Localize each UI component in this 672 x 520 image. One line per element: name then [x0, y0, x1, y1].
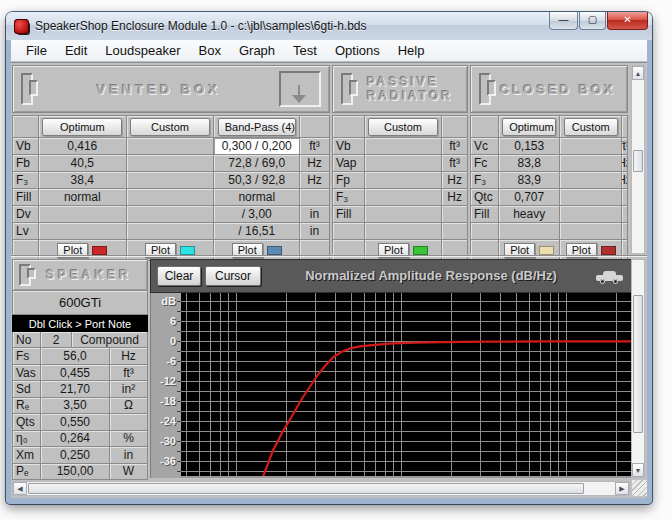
- vented-plot-row: PlotPlotPlot: [13, 240, 330, 261]
- corner-cell: [471, 116, 499, 138]
- menu-item-file[interactable]: File: [17, 41, 56, 60]
- button-cell: Custom: [365, 116, 442, 138]
- unit-cell: in: [300, 223, 330, 240]
- row-label: Rₑ: [13, 398, 41, 414]
- unit-cell: in: [110, 447, 148, 463]
- y-axis-label: -6: [166, 356, 176, 367]
- passive-custom-button[interactable]: Custom: [368, 118, 438, 136]
- speaker-row-Sd: Sd21,70in²: [13, 381, 148, 397]
- graph-vertical-scrollbar: ▼: [631, 259, 645, 478]
- value-cell: / 3,00: [214, 206, 300, 223]
- scroll-right-button[interactable]: ▶: [615, 482, 629, 495]
- row-label: Fb: [13, 155, 39, 172]
- menu-item-loudspeaker[interactable]: Loudspeaker: [96, 41, 189, 60]
- row-label: Fc: [471, 155, 499, 172]
- scrollbar-thumb[interactable]: [633, 150, 643, 172]
- closed-buttons-row: OptimumCustom: [471, 116, 628, 138]
- y-axis-label: -12: [160, 376, 176, 387]
- scroll-down-button[interactable]: ▼: [632, 463, 644, 477]
- vented-table: OptimumCustomBand-Pass (4)Vb0,4160,300 /…: [12, 115, 330, 254]
- row-label: F₃: [471, 172, 499, 189]
- clear-button[interactable]: Clear: [157, 266, 201, 286]
- value-cell: [499, 223, 561, 240]
- value-cell: [560, 138, 622, 155]
- value-cell: normal: [39, 189, 127, 206]
- unit-cell: Hz: [300, 155, 330, 172]
- value-cell: [365, 172, 442, 189]
- value-cell: [560, 223, 622, 240]
- passive-row-Vap: Vapft³: [333, 155, 468, 172]
- value-cell: 72,8 / 69,0: [214, 155, 300, 172]
- unit-cell: [110, 414, 148, 430]
- bandpass-input[interactable]: 0,300 / 0,200: [214, 138, 300, 155]
- table-vertical-scrollbar: ▲: [631, 65, 645, 254]
- menu-item-test[interactable]: Test: [284, 41, 326, 60]
- closed-box-icon: [479, 73, 497, 105]
- passive-buttons-row: Custom: [333, 116, 468, 138]
- value-cell: [560, 206, 622, 223]
- passive-radiator-icon: [341, 73, 359, 105]
- plot-color-swatch: [601, 246, 616, 255]
- closed-optimum-button[interactable]: Optimum: [502, 118, 556, 136]
- maximize-button[interactable]: ▢: [579, 12, 606, 30]
- passive-row-empty: [333, 223, 468, 240]
- value-cell: [365, 223, 442, 240]
- unit-cell: ft³: [442, 138, 468, 155]
- y-axis-label: 0: [170, 336, 176, 347]
- scrollbar-thumb[interactable]: [633, 295, 643, 433]
- menu-item-options[interactable]: Options: [326, 41, 389, 60]
- resize-grip[interactable]: [632, 480, 647, 496]
- menu-item-help[interactable]: Help: [389, 41, 434, 60]
- closed-table: OptimumCustomVc0,153ft³Fc83,8HzF₃83,9HzQ…: [470, 115, 628, 254]
- titlebar[interactable]: SpeakerShop Enclosure Module 1.0 - c:\jb…: [6, 12, 652, 40]
- car-icon[interactable]: [596, 271, 623, 284]
- unit-cell: [622, 189, 628, 206]
- vented-custom-button[interactable]: Custom: [130, 118, 210, 136]
- unit-cell: Hz: [622, 155, 628, 172]
- menu-item-box[interactable]: Box: [190, 41, 230, 60]
- port-note-hint[interactable]: Dbl Click > Port Note: [12, 315, 148, 332]
- value-cell: 83,9: [499, 172, 561, 189]
- value-cell: 0,416: [39, 138, 127, 155]
- graph-title: Normalized Amplitude Response (dB/Hz): [271, 268, 591, 283]
- row-label: Vc: [471, 138, 499, 155]
- unit-cell: [622, 206, 628, 223]
- scroll-left-button[interactable]: ◀: [13, 482, 27, 495]
- speaker-model[interactable]: 600GTi: [12, 291, 148, 315]
- value-cell: [560, 189, 622, 206]
- minimize-button[interactable]: —: [549, 12, 578, 30]
- mode-cell[interactable]: Compound: [72, 332, 148, 348]
- plot-row-cell: [13, 240, 39, 261]
- unit-cell: ft³: [300, 138, 330, 155]
- cursor-button[interactable]: Cursor: [205, 266, 261, 286]
- unit-cell: Hz: [442, 172, 468, 189]
- passive-row-Fill: Fill: [333, 206, 468, 223]
- vented-row-Lv: Lv/ 16,51in: [13, 223, 330, 240]
- plot-area[interactable]: [181, 293, 632, 478]
- y-axis-label: dB: [161, 296, 176, 307]
- scroll-up-button[interactable]: ▲: [632, 66, 644, 80]
- value-cell: 0,455: [41, 365, 110, 381]
- unit-cell: Hz: [622, 172, 628, 189]
- close-button[interactable]: ✕: [607, 12, 648, 30]
- row-label: Dv: [13, 206, 39, 223]
- menu-item-edit[interactable]: Edit: [56, 41, 96, 60]
- plot-color-swatch: [267, 246, 282, 255]
- row-label: Vap: [333, 155, 365, 172]
- row-label: Fill: [471, 206, 499, 223]
- vented-row-Dv: Dv/ 3,00in: [13, 206, 330, 223]
- vented-optimum-button[interactable]: Optimum: [42, 118, 122, 136]
- passive-plot-row: Plot: [333, 240, 468, 261]
- menu-item-graph[interactable]: Graph: [230, 41, 284, 60]
- speaker-row-R: Rₑ3,50Ω: [13, 398, 148, 414]
- speaker-row-Fs: Fs56,0Hz: [13, 348, 148, 364]
- passive-radiator-header: PASSIVE RADIATOR: [332, 65, 468, 113]
- row-label: Vas: [13, 365, 41, 381]
- unit-cell: ft³: [622, 138, 628, 155]
- closed-custom-button[interactable]: Custom: [564, 118, 618, 136]
- speaker-row-Xm: Xm0,250in: [13, 447, 148, 463]
- unit-cell: %: [110, 431, 148, 447]
- vented-bandpass-button[interactable]: Band-Pass (4): [218, 118, 296, 136]
- value-cell: [365, 206, 442, 223]
- scrollbar-thumb[interactable]: [28, 483, 584, 494]
